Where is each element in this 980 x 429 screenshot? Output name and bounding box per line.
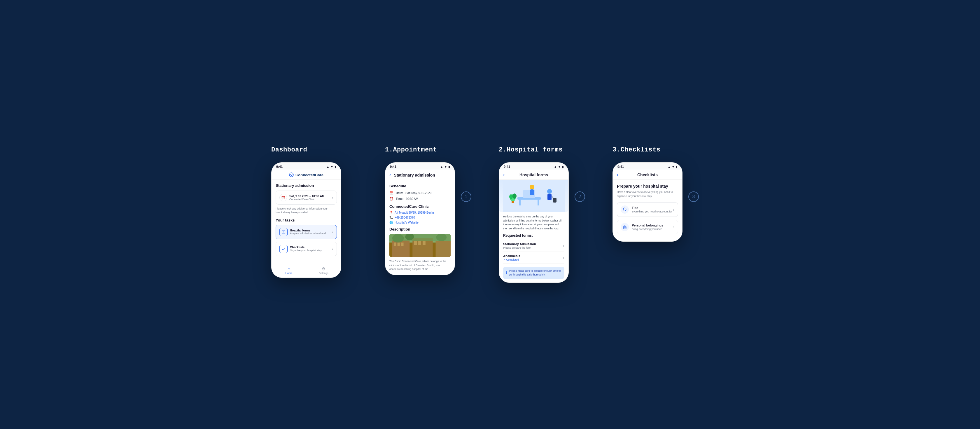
step-number-3: 3 <box>688 191 699 202</box>
schedule-title: Schedule <box>390 184 450 188</box>
appt-wifi: ▼ <box>444 165 447 168</box>
nav-settings[interactable]: ⚙ Settings <box>306 266 341 274</box>
phone-dashboard: 9:41 ▲ ▼ ▮ ConnectedCare <box>271 162 341 277</box>
check-status-icons: ▲ ▼ ▮ <box>668 165 678 168</box>
illustration-svg <box>499 180 568 212</box>
clinic-website: Hospital's Website <box>395 221 418 224</box>
hosp-signal: ▲ <box>554 165 557 168</box>
check-battery: ▮ <box>676 165 678 168</box>
appt-signal: ▲ <box>440 165 443 168</box>
appt-scroll: Schedule 📅 Date: Saturday, 9.10.2020 ⏰ T… <box>385 180 455 275</box>
checklists-title: 3.Checklists <box>612 146 660 153</box>
appt-details: Sat, 9.10.2020 – 10:30 AM ConnectedCare … <box>290 195 325 201</box>
task-title-1: Hospital forms <box>290 229 326 232</box>
appt-date: Sat, 9.10.2020 – 10:30 AM <box>290 195 325 198</box>
hospital-illustration <box>499 180 568 212</box>
svg-rect-30 <box>547 194 552 200</box>
svg-point-0 <box>290 173 293 177</box>
back-button-appt[interactable]: ‹ <box>390 172 391 178</box>
website-row: 🌐 Hospital's Website <box>390 221 450 224</box>
signal-icon: ▲ <box>326 165 329 168</box>
chevron-right-icon: › <box>332 195 333 200</box>
alert-icon: ℹ <box>506 271 507 275</box>
svg-point-18 <box>392 234 404 243</box>
task-text-2: Checklists Organize your hospital stay <box>290 246 322 252</box>
svg-point-1 <box>291 175 292 176</box>
check-header: ‹ Checklists <box>613 169 682 180</box>
checklist-tips[interactable]: Tips Everything you need to account for … <box>617 202 678 217</box>
logo-text: ConnectedCare <box>296 173 323 177</box>
dashboard-title: Dashboard <box>271 146 307 153</box>
belongings-title: Personal belongings <box>632 223 663 227</box>
svg-rect-16 <box>423 241 426 246</box>
form-chevron-2: › <box>563 255 565 260</box>
checklists-icon <box>279 245 288 253</box>
tips-sub: Everything you need to account for <box>632 210 672 213</box>
section-dashboard: Dashboard 9:41 ▲ ▼ ▮ <box>271 146 368 277</box>
nav-settings-label: Settings <box>319 272 328 274</box>
belongings-sub: Bring everything you need <box>632 228 663 231</box>
task-chevron-2: › <box>332 247 333 251</box>
svg-rect-12 <box>398 243 400 246</box>
status-bar-hosp: 9:41 ▲ ▼ ▮ <box>499 163 568 169</box>
address-row: 📍 Alt-Moabit 99/99, 10599 Berlin <box>390 211 450 214</box>
status-time: 9:41 <box>276 165 283 168</box>
nav-home[interactable]: ⌂ Home <box>272 266 306 274</box>
back-button-check[interactable]: ‹ <box>617 172 618 177</box>
step-number-1: 1 <box>461 191 471 202</box>
date-value: Saturday, 9.10.2020 <box>406 191 431 195</box>
task-sub-1: Prepare admission beforehand <box>290 232 326 235</box>
dash-body: Stationary admission ⏰ Sat, 9.10.2020 – … <box>272 180 341 262</box>
check-body: Prepare your hospital stay Have a clear … <box>613 180 682 241</box>
appt-clinic: ConnectedCare Clinic <box>290 198 325 201</box>
task-hospital-forms[interactable]: Hospital forms Prepare admission beforeh… <box>275 225 337 239</box>
hosp-status-icons: ▲ ▼ ▮ <box>554 165 564 168</box>
appt-wrapper: 9:41 ▲ ▼ ▮ ‹ Stationary admission Schedu… <box>385 162 471 275</box>
form-anamnesis-title: Anamnesis <box>503 254 520 258</box>
time-icon: ⏰ <box>390 197 393 201</box>
task-info-1: Hospital forms Prepare admission beforeh… <box>279 228 326 236</box>
calendar-icon: 📅 <box>390 191 393 195</box>
location-icon: 📍 <box>390 211 393 214</box>
status-bar-appt: 9:41 ▲ ▼ ▮ <box>385 163 455 169</box>
stationary-label: Stationary admission <box>275 183 337 188</box>
tips-chevron: › <box>673 207 675 212</box>
clinic-phone: +49 250473370 <box>395 216 415 219</box>
clinic-desc: The Clinic Connected Care, which belongs… <box>390 260 450 271</box>
check-signal: ▲ <box>668 165 671 168</box>
hosp-battery: ▮ <box>562 165 564 168</box>
alert-box: ℹ Please make sure to allocate enough ti… <box>503 267 565 279</box>
form-chevron-1: › <box>563 243 565 248</box>
clinic-image <box>390 234 450 257</box>
requested-forms-title: Requested forms: <box>503 233 565 238</box>
time-value: 10:30 AM <box>406 197 418 201</box>
hosp-wrapper: 9:41 ▲ ▼ ▮ ‹ Hospital forms <box>499 162 585 282</box>
belongings-text: Personal belongings Bring everything you… <box>632 223 663 231</box>
step-number-2: 2 <box>574 191 585 202</box>
phone-row: 📞 +49 250473370 <box>390 216 450 219</box>
appointment-card[interactable]: ⏰ Sat, 9.10.2020 – 10:30 AM ConnectedCar… <box>275 191 337 204</box>
form-stationary[interactable]: Stationary Admission Please prepare the … <box>503 240 565 252</box>
time-label: Time: <box>396 197 404 201</box>
appt-screen-title: Stationary admission <box>394 173 435 177</box>
svg-rect-8 <box>392 240 409 257</box>
hosp-body: Reduce the waiting time on the day of yo… <box>499 215 568 282</box>
checklist-belongings[interactable]: Personal belongings Bring everything you… <box>617 220 678 234</box>
phone-nav: ⌂ Home ⚙ Settings <box>272 264 341 277</box>
form-anamnesis[interactable]: Anamnesis ✓ Completed › <box>503 252 565 264</box>
svg-rect-15 <box>418 241 421 246</box>
description-title: Description <box>390 227 450 231</box>
form-stationary-sub: Please prepare the form <box>503 246 536 249</box>
task-sub-2: Organize your hospital stay <box>290 249 322 252</box>
back-button-hosp[interactable]: ‹ <box>503 172 504 177</box>
phone-content-dashboard: ConnectedCare Stationary admission ⏰ Sat… <box>272 169 341 277</box>
task-checklists[interactable]: Checklists Organize your hospital stay › <box>275 242 337 256</box>
clock-icon: ⏰ <box>279 194 287 201</box>
task-chevron-1: › <box>332 230 333 234</box>
hospital-forms-title: 2.Hospital forms <box>499 146 563 153</box>
appt-status-icons: ▲ ▼ ▮ <box>440 165 450 168</box>
hosp-screen-title: Hospital forms <box>519 172 548 177</box>
alert-text: Please make sure to allocate enough time… <box>509 269 562 276</box>
svg-rect-24 <box>538 199 539 206</box>
schedule-date-row: 📅 Date: Saturday, 9.10.2020 <box>390 191 450 195</box>
